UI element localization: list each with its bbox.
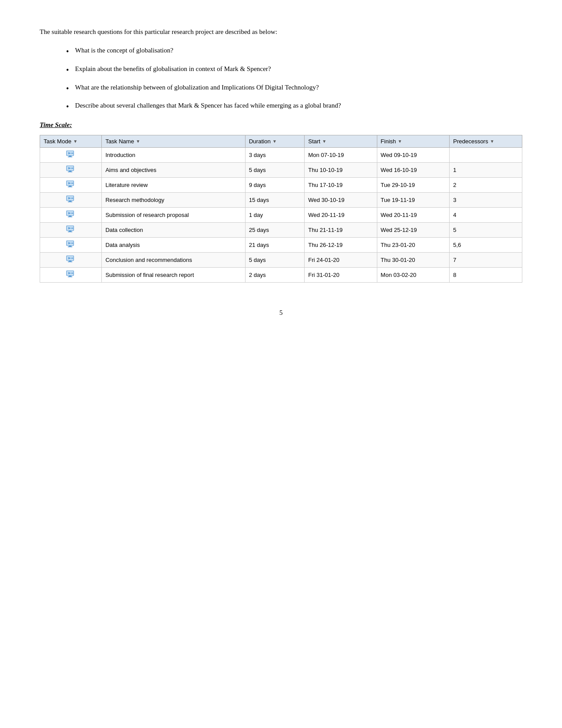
task-mode-icon: [66, 270, 76, 278]
col-header-task-mode[interactable]: Task Mode ▼: [40, 135, 102, 148]
duration-cell: 5 days: [245, 163, 304, 178]
start-cell: Fri 31-01-20: [305, 268, 377, 283]
predecessors-cell: [449, 148, 522, 163]
duration-cell: 25 days: [245, 223, 304, 238]
svg-rect-37: [69, 246, 71, 246]
task-name-cell: Submission of research proposal: [102, 208, 246, 223]
task-mode-cell: [40, 178, 102, 193]
intro-paragraph: The suitable research questions for this…: [40, 26, 522, 37]
svg-rect-25: [69, 216, 71, 217]
table-row: Data collection25 daysThu 21-11-19Wed 25…: [40, 223, 522, 238]
task-mode-icon: [66, 165, 76, 173]
col-header-predecessors[interactable]: Predecessors ▼: [449, 135, 522, 148]
dropdown-arrow-icon: ▼: [136, 139, 140, 144]
table-row: Submission of research proposal1 dayWed …: [40, 208, 522, 223]
finish-cell: Wed 25-12-19: [377, 223, 449, 238]
start-cell: Thu 10-10-19: [305, 163, 377, 178]
svg-rect-49: [69, 276, 71, 276]
task-mode-cell: [40, 208, 102, 223]
svg-rect-2: [68, 157, 72, 157]
page-number: 5: [40, 309, 522, 317]
task-mode-icon: [66, 255, 76, 263]
predecessors-cell: 8: [449, 268, 522, 283]
task-mode-cell: [40, 193, 102, 208]
task-mode-cell: [40, 163, 102, 178]
task-name-cell: Aims and objectives: [102, 163, 246, 178]
task-mode-cell: [40, 238, 102, 253]
predecessors-cell: 7: [449, 253, 522, 268]
task-name-cell: Introduction: [102, 148, 246, 163]
col-header-start[interactable]: Start ▼: [305, 135, 377, 148]
start-cell: Thu 21-11-19: [305, 223, 377, 238]
dropdown-arrow-icon: ▼: [73, 139, 78, 144]
task-mode-cell: [40, 253, 102, 268]
list-item: What is the concept of globalisation?: [66, 45, 522, 58]
svg-rect-26: [68, 217, 72, 217]
predecessors-cell: 1: [449, 163, 522, 178]
svg-rect-50: [68, 276, 72, 277]
table-row: Research methodology15 daysWed 30-10-19T…: [40, 193, 522, 208]
duration-cell: 21 days: [245, 238, 304, 253]
duration-cell: 3 days: [245, 148, 304, 163]
table-row: Aims and objectives5 daysThu 10-10-19Wed…: [40, 163, 522, 178]
list-item: Explain about the benefits of globalisat…: [66, 63, 522, 77]
predecessors-cell: 2: [449, 178, 522, 193]
duration-cell: 5 days: [245, 253, 304, 268]
svg-rect-20: [68, 202, 72, 202]
svg-rect-44: [68, 261, 72, 262]
finish-cell: Tue 19-11-19: [377, 193, 449, 208]
svg-rect-38: [68, 246, 72, 247]
task-name-cell: Conclusion and recommendations: [102, 253, 246, 268]
start-cell: Mon 07-10-19: [305, 148, 377, 163]
col-header-task-name[interactable]: Task Name ▼: [102, 135, 246, 148]
dropdown-arrow-icon: ▼: [322, 139, 327, 144]
task-mode-cell: [40, 268, 102, 283]
predecessors-cell: 5,6: [449, 238, 522, 253]
task-mode-icon: [66, 240, 76, 248]
table-row: Literature review9 daysThu 17-10-19Tue 2…: [40, 178, 522, 193]
dropdown-arrow-icon: ▼: [490, 139, 494, 144]
task-mode-icon: [66, 210, 76, 218]
task-name-cell: Research methodology: [102, 193, 246, 208]
task-name-cell: Data analysis: [102, 238, 246, 253]
finish-cell: Wed 09-10-19: [377, 148, 449, 163]
dropdown-arrow-icon: ▼: [272, 139, 277, 144]
list-item: What are the relationship between of glo…: [66, 82, 522, 95]
start-cell: Fri 24-01-20: [305, 253, 377, 268]
svg-rect-32: [68, 231, 72, 232]
svg-rect-19: [69, 201, 71, 202]
col-header-duration[interactable]: Duration ▼: [245, 135, 304, 148]
list-item: Describe about several challenges that M…: [66, 100, 522, 113]
task-mode-cell: [40, 148, 102, 163]
finish-cell: Thu 23-01-20: [377, 238, 449, 253]
col-header-finish[interactable]: Finish ▼: [377, 135, 449, 148]
task-mode-icon: [66, 225, 76, 233]
task-mode-icon: [66, 150, 76, 158]
dropdown-arrow-icon: ▼: [398, 139, 402, 144]
start-cell: Wed 20-11-19: [305, 208, 377, 223]
task-name-cell: Submission of final research report: [102, 268, 246, 283]
finish-cell: Mon 03-02-20: [377, 268, 449, 283]
table-row: Data analysis21 daysThu 26-12-19Thu 23-0…: [40, 238, 522, 253]
start-cell: Wed 30-10-19: [305, 193, 377, 208]
duration-cell: 9 days: [245, 178, 304, 193]
start-cell: Thu 26-12-19: [305, 238, 377, 253]
duration-cell: 15 days: [245, 193, 304, 208]
svg-rect-14: [68, 187, 72, 187]
duration-cell: 2 days: [245, 268, 304, 283]
finish-cell: Tue 29-10-19: [377, 178, 449, 193]
svg-rect-7: [69, 171, 71, 172]
finish-cell: Wed 16-10-19: [377, 163, 449, 178]
start-cell: Thu 17-10-19: [305, 178, 377, 193]
bullet-list: What is the concept of globalisation? Ex…: [66, 45, 522, 113]
table-row: Submission of final research report2 day…: [40, 268, 522, 283]
svg-rect-43: [69, 261, 71, 261]
duration-cell: 1 day: [245, 208, 304, 223]
gantt-table: Task Mode ▼ Task Name ▼ Duration ▼ Start: [40, 135, 522, 283]
task-mode-cell: [40, 223, 102, 238]
finish-cell: Wed 20-11-19: [377, 208, 449, 223]
task-name-cell: Literature review: [102, 178, 246, 193]
svg-rect-1: [69, 156, 71, 157]
predecessors-cell: 5: [449, 223, 522, 238]
svg-rect-8: [68, 172, 72, 172]
